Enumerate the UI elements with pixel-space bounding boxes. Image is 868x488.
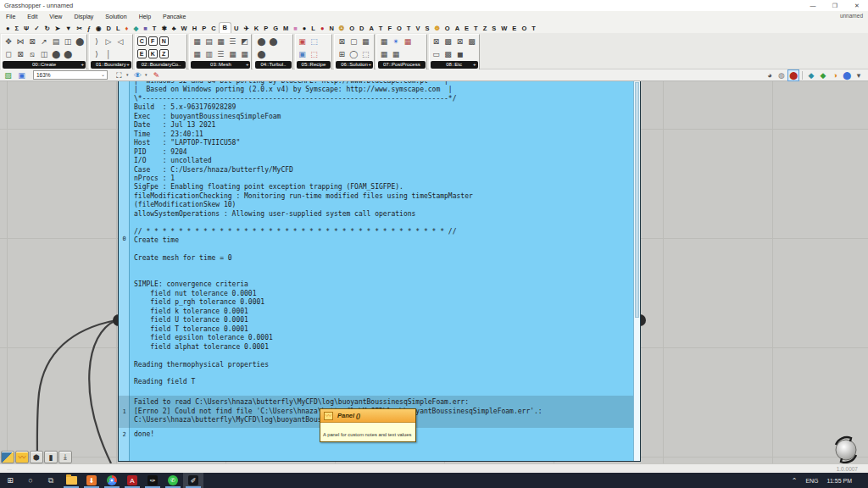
plugin-tab[interactable]: A	[366, 24, 376, 33]
gem-teal-icon[interactable]: ◆	[805, 70, 817, 80]
task-view-icon[interactable]: ⧉	[41, 473, 61, 488]
minimize-button[interactable]: —	[802, 0, 824, 11]
component-icon[interactable]: ▭	[431, 48, 442, 60]
component-icon[interactable]: ⊠	[454, 36, 466, 47]
plugin-tab[interactable]: T	[404, 24, 414, 33]
curve-tab-icon[interactable]: ↻	[42, 24, 52, 33]
search-icon[interactable]: ○	[20, 473, 41, 488]
plugin-tab[interactable]: M	[281, 24, 291, 33]
plugin-tab[interactable]: G	[270, 24, 281, 33]
component-icon[interactable]: ▣	[297, 36, 309, 47]
component-icon[interactable]: ◩	[238, 36, 250, 47]
plugin-tab[interactable]: S	[422, 24, 431, 33]
plugin-tab-b-selected[interactable]: B	[219, 22, 231, 33]
component-icon[interactable]: C	[137, 36, 147, 46]
component-icon[interactable]: ▩	[442, 36, 454, 47]
component-icon[interactable]: ⋈	[14, 36, 26, 47]
plugin-tab[interactable]: P	[199, 24, 209, 33]
python-icon[interactable]	[1, 451, 14, 463]
component-icon[interactable]: ⧅	[26, 48, 38, 60]
hidden-icons-chevron[interactable]: ⌃	[787, 477, 802, 485]
component-icon[interactable]: ✴	[390, 36, 402, 47]
toolbar-group-label[interactable]: 03::Mesh+	[191, 61, 250, 69]
toolbar-group-label[interactable]: 07::PostProcess	[378, 61, 426, 69]
plugin-tab[interactable]: C	[209, 24, 218, 33]
component-icon[interactable]: ▷	[103, 36, 114, 47]
toolbar-group-label[interactable]: 01::Boundary+	[91, 61, 131, 69]
zoom-extents-caret-icon[interactable]: ▾	[126, 72, 129, 77]
plugin-tab[interactable]: L	[309, 24, 318, 33]
plugin-tab[interactable]: T	[376, 24, 386, 33]
honeybee-tab-icon[interactable]: ◆	[131, 24, 141, 33]
file-explorer-icon[interactable]	[61, 473, 81, 488]
component-icon[interactable]: ⬚	[309, 36, 320, 47]
chrome-icon[interactable]	[102, 473, 122, 488]
red-preview-icon[interactable]: ⬤	[787, 69, 799, 81]
component-icon[interactable]: ▢	[348, 36, 359, 47]
component-icon[interactable]: ↗	[38, 36, 50, 47]
preview-caret-icon[interactable]: ▾	[145, 72, 147, 77]
plugin-tab[interactable]: K	[252, 24, 261, 33]
component-icon[interactable]: ⬤	[267, 36, 279, 47]
mesh-tab-icon[interactable]: ▼	[63, 24, 74, 33]
component-icon[interactable]: ◼	[454, 48, 466, 60]
component-icon[interactable]: ⬚	[309, 48, 320, 60]
chevron-down-icon[interactable]: ⌄	[101, 71, 105, 79]
component-icon[interactable]: ◻	[3, 48, 14, 60]
component-icon[interactable]: ◫	[62, 36, 74, 47]
plugin-tab[interactable]: V	[413, 24, 422, 33]
plugin-tab[interactable]: E	[462, 24, 471, 33]
plugin-tab[interactable]: D	[357, 24, 366, 33]
plugin-tab-icon[interactable]: ■	[141, 24, 150, 33]
preview-eye-icon[interactable]: 👁	[132, 70, 143, 80]
clock[interactable]: 11:55 PM	[823, 478, 856, 484]
component-icon[interactable]: ▦	[226, 48, 238, 60]
panel-output-socket[interactable]	[640, 314, 646, 326]
plugin-tab-icon[interactable]: ❂	[337, 24, 347, 33]
menu-item[interactable]: Display	[68, 14, 99, 19]
component-icon[interactable]: ▦	[359, 36, 371, 47]
plugin-tab[interactable]: F	[385, 24, 394, 33]
gem-green-icon[interactable]: ◆	[817, 70, 829, 80]
component-icon[interactable]: N	[159, 36, 169, 46]
component-icon[interactable]: ✥	[3, 36, 14, 47]
component-icon[interactable]: ▦	[191, 48, 203, 60]
hexagon-component-icon[interactable]: ⬢	[30, 451, 43, 463]
component-icon[interactable]: ▣	[297, 48, 309, 60]
wireframe-preview-icon[interactable]: ◍	[776, 70, 787, 80]
menu-item[interactable]: File	[0, 14, 21, 19]
plugin-tab-icon[interactable]: ●	[318, 24, 327, 33]
toolbar-group-label[interactable]: 00::Create+	[3, 61, 86, 69]
plugin-tab[interactable]: S	[489, 24, 498, 33]
component-icon[interactable]: F	[148, 36, 158, 46]
component-icon[interactable]: ◁	[114, 36, 126, 47]
component-icon[interactable]: K	[148, 49, 158, 58]
plugin-tab[interactable]: O	[519, 24, 529, 33]
menu-item[interactable]: Pancake	[157, 14, 192, 19]
rhino-icon[interactable]: ✑	[142, 473, 163, 488]
plugin-tab[interactable]: O	[442, 24, 453, 33]
open-file-icon[interactable]: ▨	[3, 70, 14, 80]
component-icon[interactable]: ▤	[203, 36, 214, 47]
component-icon[interactable]: ☰	[226, 36, 238, 47]
component-icon[interactable]: ⊠	[14, 48, 26, 60]
menu-item[interactable]: View	[43, 14, 68, 19]
component-icon[interactable]: ⬤	[255, 36, 267, 47]
plugin-tab[interactable]: N	[326, 24, 336, 33]
download-manager-icon[interactable]: ⬇	[81, 473, 102, 488]
capsule-component-icon[interactable]: ▮	[44, 451, 58, 463]
plugin-tab-icon[interactable]: ✈	[241, 24, 251, 33]
save-file-icon[interactable]: ▣	[16, 70, 27, 80]
transform-tab-icon[interactable]: ƒ	[85, 24, 93, 33]
component-icon[interactable]: ◫	[38, 48, 50, 60]
component-icon[interactable]: Z	[159, 49, 169, 58]
component-icon[interactable]: ▩	[466, 36, 478, 47]
plugin-tab[interactable]: A	[453, 24, 462, 33]
component-icon[interactable]: ⊠	[26, 36, 38, 47]
component-icon[interactable]: ⬚	[359, 48, 371, 60]
grasshopper-app-icon[interactable]: ✐	[183, 473, 203, 488]
component-icon[interactable]: ⊠	[336, 36, 348, 47]
canvas[interactable]: 0 | Windows 32 and 64 bit porting by blu…	[0, 81, 868, 463]
gh-panel-component[interactable]: 0 | Windows 32 and 64 bit porting by blu…	[118, 81, 641, 462]
menu-item[interactable]: Edit	[21, 14, 43, 19]
